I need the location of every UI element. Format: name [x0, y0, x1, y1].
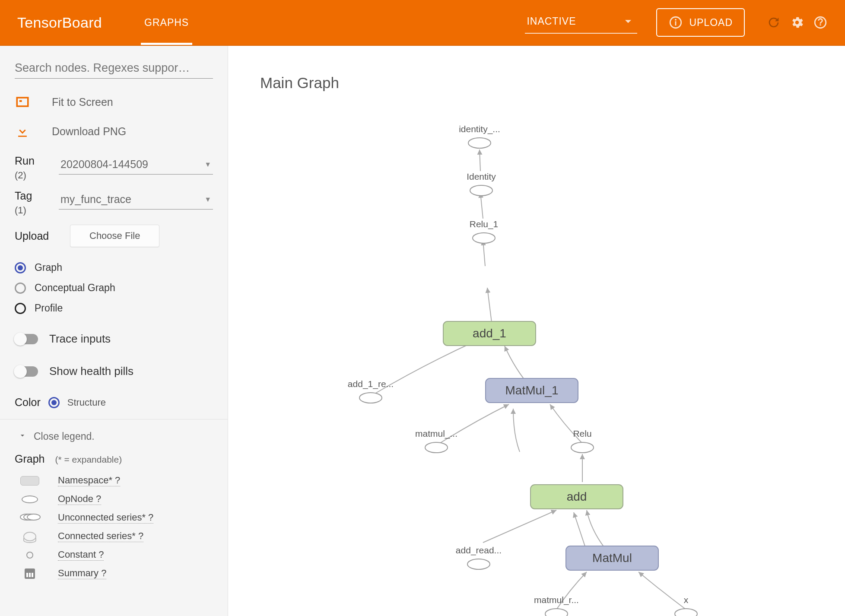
node-matmul-r[interactable]: matmul_r... [534, 595, 579, 616]
header-tabs: GRAPHS [141, 0, 192, 45]
svg-text:identity_...: identity_... [459, 124, 500, 134]
svg-rect-1 [675, 21, 677, 25]
run-label: Run [15, 155, 50, 167]
radio-profile[interactable]: Profile [15, 298, 213, 318]
svg-point-13 [359, 393, 382, 403]
svg-text:add_1: add_1 [473, 327, 506, 340]
node-add-read[interactable]: add_read... [456, 545, 502, 569]
toggle-icon [15, 366, 38, 377]
svg-rect-5 [19, 100, 22, 102]
svg-text:add_read...: add_read... [456, 545, 502, 556]
node-matmul-1[interactable]: MatMul_1 [486, 378, 578, 403]
node-matmul[interactable]: MatMul [566, 546, 658, 570]
legend-panel: Close legend. Graph (* = expandable) Nam… [0, 419, 228, 591]
download-png-button[interactable]: Download PNG [15, 117, 213, 146]
svg-point-17 [571, 442, 594, 453]
svg-point-7 [468, 138, 491, 148]
legend-summary: Summary ? [15, 564, 213, 583]
svg-text:matmul_r...: matmul_r... [534, 595, 579, 605]
svg-rect-4 [17, 98, 28, 106]
choose-file-button[interactable]: Choose File [70, 225, 159, 247]
toggle-trace-inputs[interactable]: Trace inputs [0, 323, 228, 355]
node-add1-re[interactable]: add_1_re... [348, 379, 394, 403]
legend-constant: Constant ? [15, 546, 213, 564]
caret-down-icon: ▼ [204, 161, 211, 168]
info-icon [668, 15, 683, 30]
legend-unconnected: Unconnected series* ? [15, 508, 213, 527]
sidebar: Fit to Screen Download PNG Run (2) 20200… [0, 46, 228, 616]
caret-down-icon [621, 14, 635, 29]
refresh-icon[interactable] [766, 15, 781, 30]
legend-title: Graph [15, 453, 44, 465]
radio-icon [48, 397, 60, 408]
upload-label: UPLOAD [689, 17, 733, 29]
svg-text:MatMul_1: MatMul_1 [505, 384, 559, 397]
svg-text:MatMul: MatMul [592, 551, 632, 565]
radio-conceptual[interactable]: Conceptual Graph [15, 278, 213, 298]
svg-point-15 [425, 442, 448, 453]
upload-button[interactable]: UPLOAD [656, 8, 745, 37]
tab-graphs[interactable]: GRAPHS [141, 0, 192, 45]
chevron-down-icon [18, 431, 27, 442]
download-icon [15, 124, 30, 139]
tag-row: Tag (1) my_func_trace ▼ [0, 185, 228, 220]
svg-text:Relu: Relu [573, 429, 591, 438]
node-identity-return[interactable]: identity_... [459, 124, 500, 148]
svg-point-21 [545, 609, 568, 616]
caret-down-icon: ▼ [204, 196, 211, 203]
toggle-health-pills[interactable]: Show health pills [0, 355, 228, 387]
inactive-dropdown[interactable]: INACTIVE [525, 11, 637, 34]
tag-label: Tag [15, 190, 50, 202]
node-add[interactable]: add [531, 485, 623, 509]
radio-icon [15, 283, 26, 294]
node-relu-1[interactable]: Relu_1 [470, 219, 499, 243]
svg-point-23 [675, 609, 697, 616]
run-count: (2) [15, 170, 50, 181]
graph-canvas[interactable]: Main Graph identity_... [228, 46, 845, 616]
tag-select[interactable]: my_func_trace ▼ [59, 190, 213, 210]
node-x[interactable]: x [675, 595, 697, 616]
node-add-1[interactable]: add_1 [443, 321, 536, 346]
svg-point-2 [675, 19, 677, 21]
svg-text:x: x [684, 595, 689, 605]
node-relu[interactable]: Relu [571, 429, 594, 453]
fit-to-screen-button[interactable]: Fit to Screen [15, 87, 213, 117]
node-identity[interactable]: Identity [467, 171, 496, 196]
close-legend-button[interactable]: Close legend. [15, 427, 213, 450]
app-header: TensorBoard GRAPHS INACTIVE UPLOAD [0, 0, 845, 46]
inactive-label: INACTIVE [527, 16, 576, 27]
color-row: Color Structure [0, 387, 228, 419]
tag-count: (1) [15, 205, 50, 216]
legend-namespace: Namespace* ? [15, 471, 213, 490]
run-select[interactable]: 20200804-144509 ▼ [59, 155, 213, 175]
legend-hint: (* = expandable) [55, 454, 122, 465]
svg-text:matmul_...: matmul_... [415, 429, 457, 439]
help-icon[interactable] [813, 15, 828, 30]
svg-text:add_1_re...: add_1_re... [348, 379, 394, 389]
svg-point-9 [470, 185, 492, 196]
upload-row: Upload Choose File [0, 220, 228, 251]
svg-text:add: add [567, 490, 587, 503]
brand-title: TensorBoard [17, 14, 102, 31]
legend-connected: Connected series* ? [15, 527, 213, 546]
radio-graph[interactable]: Graph [15, 257, 213, 278]
gear-icon[interactable] [790, 15, 804, 30]
search-input[interactable] [15, 58, 213, 79]
node-matmul-small[interactable]: matmul_... [415, 429, 457, 453]
legend-opnode: OpNode ? [15, 490, 213, 508]
radio-icon [15, 262, 26, 273]
upload-label: Upload [15, 230, 61, 242]
svg-point-11 [473, 233, 495, 243]
radio-icon [15, 303, 26, 314]
run-row: Run (2) 20200804-144509 ▼ [0, 150, 228, 185]
svg-text:Relu_1: Relu_1 [470, 219, 499, 229]
toggle-icon [15, 334, 38, 344]
svg-point-19 [467, 559, 490, 569]
svg-text:Identity: Identity [467, 171, 496, 181]
fit-screen-icon [15, 94, 30, 110]
